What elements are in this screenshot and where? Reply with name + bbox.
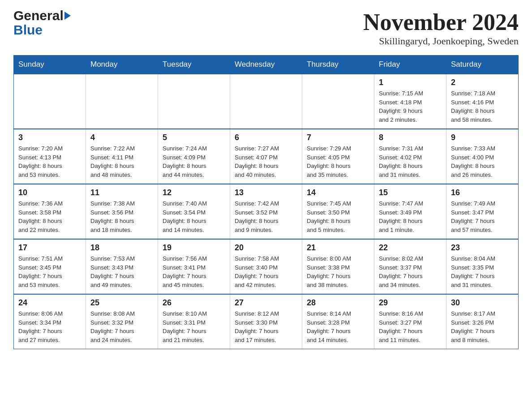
day-number: 3 [18,133,81,142]
calendar-cell: 29Sunrise: 8:16 AMSunset: 3:27 PMDayligh… [374,294,446,349]
day-info: Sunrise: 8:10 AMSunset: 3:31 PMDaylight:… [163,309,225,344]
day-number: 13 [235,188,297,197]
calendar-cell: 3Sunrise: 7:20 AMSunset: 4:13 PMDaylight… [14,129,86,184]
day-number: 21 [307,243,369,253]
calendar-cell [230,74,302,129]
day-number: 20 [235,243,297,253]
day-info: Sunrise: 8:12 AMSunset: 3:30 PMDaylight:… [235,309,297,344]
calendar-cell: 21Sunrise: 8:00 AMSunset: 3:38 PMDayligh… [302,239,374,294]
calendar-cell: 5Sunrise: 7:24 AMSunset: 4:09 PMDaylight… [158,129,230,184]
day-number: 11 [90,188,153,197]
day-number: 9 [451,133,514,142]
logo-blue-text: Blue [13,23,43,37]
calendar-cell [302,74,374,129]
day-info: Sunrise: 7:15 AMSunset: 4:18 PMDaylight:… [379,89,442,124]
calendar-cell: 4Sunrise: 7:22 AMSunset: 4:11 PMDaylight… [86,129,158,184]
calendar-cell: 28Sunrise: 8:14 AMSunset: 3:28 PMDayligh… [302,294,374,349]
calendar-cell: 15Sunrise: 7:47 AMSunset: 3:49 PMDayligh… [374,184,446,239]
day-number: 27 [235,298,297,308]
day-info: Sunrise: 8:16 AMSunset: 3:27 PMDaylight:… [379,309,442,344]
day-number: 19 [163,243,225,253]
calendar-cell: 27Sunrise: 8:12 AMSunset: 3:30 PMDayligh… [230,294,302,349]
calendar-cell: 30Sunrise: 8:17 AMSunset: 3:26 PMDayligh… [446,294,519,349]
calendar-cell: 17Sunrise: 7:51 AMSunset: 3:45 PMDayligh… [14,239,86,294]
day-info: Sunrise: 7:47 AMSunset: 3:49 PMDaylight:… [379,199,442,234]
day-number: 12 [163,188,225,197]
day-info: Sunrise: 8:17 AMSunset: 3:26 PMDaylight:… [451,309,514,344]
page-header: General Blue November 2024 Skillingaryd,… [13,9,519,47]
calendar-cell: 12Sunrise: 7:40 AMSunset: 3:54 PMDayligh… [158,184,230,239]
calendar-cell: 9Sunrise: 7:33 AMSunset: 4:00 PMDaylight… [446,129,519,184]
day-info: Sunrise: 7:58 AMSunset: 3:40 PMDaylight:… [235,254,297,289]
day-info: Sunrise: 7:42 AMSunset: 3:52 PMDaylight:… [235,199,297,234]
calendar-body: 1Sunrise: 7:15 AMSunset: 4:18 PMDaylight… [14,74,519,349]
day-info: Sunrise: 7:51 AMSunset: 3:45 PMDaylight:… [18,254,81,289]
calendar-cell: 25Sunrise: 8:08 AMSunset: 3:32 PMDayligh… [86,294,158,349]
day-number: 4 [90,133,153,142]
day-info: Sunrise: 7:45 AMSunset: 3:50 PMDaylight:… [307,199,369,234]
day-info: Sunrise: 7:36 AMSunset: 3:58 PMDaylight:… [18,199,81,234]
day-info: Sunrise: 7:38 AMSunset: 3:56 PMDaylight:… [90,199,153,234]
weekday-header-sunday: Sunday [14,56,86,74]
calendar-table: SundayMondayTuesdayWednesdayThursdayFrid… [13,55,519,349]
calendar-cell: 1Sunrise: 7:15 AMSunset: 4:18 PMDaylight… [374,74,446,129]
calendar-cell: 6Sunrise: 7:27 AMSunset: 4:07 PMDaylight… [230,129,302,184]
calendar-week-row: 17Sunrise: 7:51 AMSunset: 3:45 PMDayligh… [14,239,519,294]
calendar-cell: 22Sunrise: 8:02 AMSunset: 3:37 PMDayligh… [374,239,446,294]
calendar-header: SundayMondayTuesdayWednesdayThursdayFrid… [14,56,519,74]
calendar-cell: 14Sunrise: 7:45 AMSunset: 3:50 PMDayligh… [302,184,374,239]
day-number: 8 [379,133,442,142]
day-number: 14 [307,188,369,197]
day-info: Sunrise: 7:24 AMSunset: 4:09 PMDaylight:… [163,144,225,179]
day-info: Sunrise: 8:04 AMSunset: 3:35 PMDaylight:… [451,254,514,289]
weekday-header-wednesday: Wednesday [230,56,302,74]
day-info: Sunrise: 8:08 AMSunset: 3:32 PMDaylight:… [90,309,153,344]
day-number: 15 [379,188,442,197]
title-section: November 2024 Skillingaryd, Joenkoeping,… [363,9,519,47]
day-info: Sunrise: 7:29 AMSunset: 4:05 PMDaylight:… [307,144,369,179]
calendar-cell [86,74,158,129]
calendar-cell: 23Sunrise: 8:04 AMSunset: 3:35 PMDayligh… [446,239,519,294]
day-number: 7 [307,133,369,142]
day-info: Sunrise: 7:31 AMSunset: 4:02 PMDaylight:… [379,144,442,179]
calendar-cell: 13Sunrise: 7:42 AMSunset: 3:52 PMDayligh… [230,184,302,239]
calendar-cell: 18Sunrise: 7:53 AMSunset: 3:43 PMDayligh… [86,239,158,294]
day-number: 23 [451,243,514,253]
calendar-week-row: 3Sunrise: 7:20 AMSunset: 4:13 PMDaylight… [14,129,519,184]
day-number: 1 [379,78,442,87]
calendar-week-row: 1Sunrise: 7:15 AMSunset: 4:18 PMDaylight… [14,74,519,129]
weekday-header-saturday: Saturday [446,56,519,74]
day-info: Sunrise: 7:33 AMSunset: 4:00 PMDaylight:… [451,144,514,179]
day-info: Sunrise: 7:27 AMSunset: 4:07 PMDaylight:… [235,144,297,179]
day-number: 6 [235,133,297,142]
day-info: Sunrise: 7:22 AMSunset: 4:11 PMDaylight:… [90,144,153,179]
weekday-header-monday: Monday [86,56,158,74]
day-info: Sunrise: 8:06 AMSunset: 3:34 PMDaylight:… [18,309,81,344]
day-number: 29 [379,298,442,308]
day-number: 22 [379,243,442,253]
day-number: 28 [307,298,369,308]
day-info: Sunrise: 7:40 AMSunset: 3:54 PMDaylight:… [163,199,225,234]
day-info: Sunrise: 7:18 AMSunset: 4:16 PMDaylight:… [451,89,514,124]
weekday-header-thursday: Thursday [302,56,374,74]
calendar-cell: 11Sunrise: 7:38 AMSunset: 3:56 PMDayligh… [86,184,158,239]
day-info: Sunrise: 7:49 AMSunset: 3:47 PMDaylight:… [451,199,514,234]
calendar-cell: 8Sunrise: 7:31 AMSunset: 4:02 PMDaylight… [374,129,446,184]
calendar-week-row: 10Sunrise: 7:36 AMSunset: 3:58 PMDayligh… [14,184,519,239]
calendar-cell: 26Sunrise: 8:10 AMSunset: 3:31 PMDayligh… [158,294,230,349]
calendar-cell: 7Sunrise: 7:29 AMSunset: 4:05 PMDaylight… [302,129,374,184]
day-number: 5 [163,133,225,142]
calendar-cell: 16Sunrise: 7:49 AMSunset: 3:47 PMDayligh… [446,184,519,239]
day-number: 10 [18,188,81,197]
calendar-cell: 10Sunrise: 7:36 AMSunset: 3:58 PMDayligh… [14,184,86,239]
day-info: Sunrise: 7:53 AMSunset: 3:43 PMDaylight:… [90,254,153,289]
day-number: 18 [90,243,153,253]
day-number: 26 [163,298,225,308]
day-info: Sunrise: 8:14 AMSunset: 3:28 PMDaylight:… [307,309,369,344]
logo-general-text: General [13,9,64,22]
calendar-cell: 24Sunrise: 8:06 AMSunset: 3:34 PMDayligh… [14,294,86,349]
calendar-cell: 20Sunrise: 7:58 AMSunset: 3:40 PMDayligh… [230,239,302,294]
day-info: Sunrise: 8:00 AMSunset: 3:38 PMDaylight:… [307,254,369,289]
calendar-subtitle: Skillingaryd, Joenkoeping, Sweden [363,35,519,47]
weekday-header-row: SundayMondayTuesdayWednesdayThursdayFrid… [14,56,519,74]
